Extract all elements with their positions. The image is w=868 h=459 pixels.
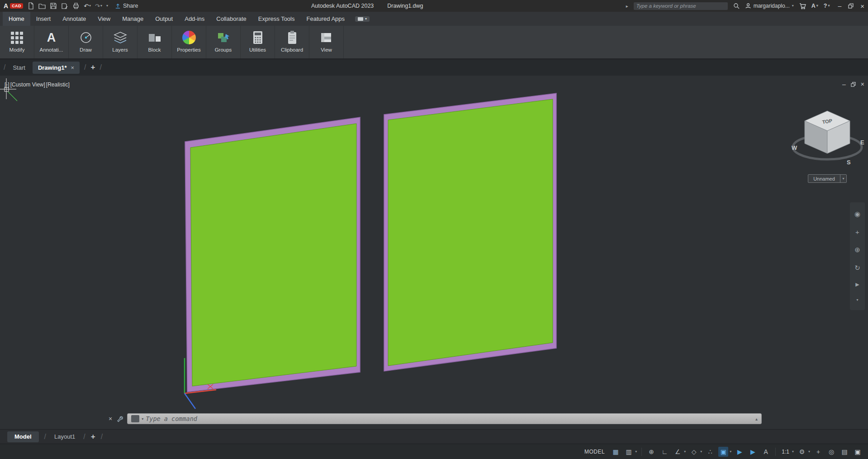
viewport-menu-control[interactable]: [-] xyxy=(5,81,9,88)
new-drawing-button[interactable]: + xyxy=(91,63,95,72)
ucs-dropdown[interactable]: Unnamed ▾ xyxy=(808,174,847,183)
panel-properties[interactable]: Properties xyxy=(172,26,206,58)
ribbon-display-button[interactable]: ▾ xyxy=(355,16,370,22)
panel-draw[interactable]: Draw xyxy=(69,26,103,58)
cart-icon[interactable] xyxy=(799,3,806,10)
panel-groups[interactable]: Groups xyxy=(206,26,241,58)
autodesk-app-button[interactable]: A▾ xyxy=(811,3,818,9)
command-customize-icon[interactable] xyxy=(116,416,123,422)
annotation-monitor-icon[interactable]: + xyxy=(813,447,823,457)
isolate-objects-icon[interactable]: ◎ xyxy=(826,447,836,457)
zoom-icon[interactable]: ⊕ xyxy=(854,246,860,253)
new-file-icon[interactable] xyxy=(27,2,34,10)
pan-icon[interactable]: + xyxy=(855,229,859,235)
minimize-button[interactable]: – xyxy=(838,2,841,10)
panel-view[interactable]: View xyxy=(309,26,344,58)
showmotion-icon[interactable]: ▶ xyxy=(855,282,859,287)
dynamic-input-icon[interactable]: ⊕ xyxy=(646,447,656,457)
tab-addins[interactable]: Add-ins xyxy=(179,12,210,26)
workspace-gear-icon[interactable]: ⚙ xyxy=(797,447,807,457)
redo-button[interactable]: ↷▾ xyxy=(95,3,102,9)
tab-home[interactable]: Home xyxy=(3,12,30,26)
recent-commands-caret-icon[interactable]: ▾ xyxy=(142,417,143,421)
save-icon[interactable] xyxy=(50,2,57,10)
annotation-scale-button[interactable]: 1:1 xyxy=(780,449,791,455)
restore-button[interactable] xyxy=(848,3,854,9)
viewport-restore-button[interactable] xyxy=(851,82,856,87)
layout-tab-layout1[interactable]: Layout1 xyxy=(52,433,78,440)
file-tab-close-icon[interactable]: × xyxy=(71,64,75,71)
share-button[interactable]: Share xyxy=(115,3,138,9)
navbar-more-icon[interactable]: ▾ xyxy=(856,298,858,302)
graphics-performance-icon[interactable]: ▤ xyxy=(840,447,849,457)
search-icon[interactable] xyxy=(733,3,740,9)
ortho-mode-icon[interactable]: ∟ xyxy=(659,447,669,457)
plot-icon[interactable] xyxy=(72,2,80,10)
polar-tracking-caret-icon[interactable]: ▾ xyxy=(684,449,686,454)
new-layout-button[interactable]: + xyxy=(91,432,95,441)
object-snap-icon[interactable]: ▣ xyxy=(718,447,728,457)
surface-right[interactable] xyxy=(388,99,553,366)
help-searchbox[interactable] xyxy=(634,2,728,10)
command-input-field[interactable]: ▾ ▴ xyxy=(127,413,762,424)
annotation-visibility-icon[interactable]: A xyxy=(761,447,771,457)
model-space-button[interactable]: MODEL xyxy=(584,449,605,455)
layout-tab-model[interactable]: Model xyxy=(7,431,39,442)
viewcube[interactable]: TOP W S E xyxy=(789,103,868,175)
undo-caret-icon[interactable]: ▾ xyxy=(89,4,91,8)
file-tab-drawing1[interactable]: Drawing1* × xyxy=(33,62,80,74)
tab-view[interactable]: View xyxy=(92,12,116,26)
search-input[interactable] xyxy=(636,3,725,9)
panel-utilities[interactable]: Utilities xyxy=(241,26,275,58)
tab-output[interactable]: Output xyxy=(149,12,179,26)
object-snap-tracking-icon[interactable]: ∴ xyxy=(705,447,715,457)
open-folder-icon[interactable] xyxy=(38,2,46,10)
panel-clipboard[interactable]: Clipboard xyxy=(275,26,309,58)
surface-left[interactable] xyxy=(190,124,356,386)
tab-express-tools[interactable]: Express Tools xyxy=(252,12,301,26)
navigation-wheel-icon[interactable]: ◉ xyxy=(854,210,860,217)
viewport-view-control[interactable]: [Custom View] xyxy=(10,81,45,88)
file-tab-start[interactable]: Start xyxy=(10,64,28,71)
tab-featured-apps[interactable]: Featured Apps xyxy=(300,12,351,26)
selection-filter-icon[interactable]: ▶ xyxy=(748,447,758,457)
viewcube-south-label[interactable]: S xyxy=(847,159,851,166)
tab-annotate[interactable]: Annotate xyxy=(57,12,92,26)
isodraft-caret-icon[interactable]: ▾ xyxy=(700,449,702,454)
command-input[interactable] xyxy=(146,415,753,422)
workspace-caret-icon[interactable]: ▾ xyxy=(808,449,810,454)
annotation-scale-caret-icon[interactable]: ▾ xyxy=(792,449,794,454)
viewport-minimize-button[interactable]: – xyxy=(842,81,846,88)
viewcube-east-label[interactable]: E xyxy=(860,139,864,146)
undo-button[interactable]: ↶▾ xyxy=(84,3,91,9)
redo-caret-icon[interactable]: ▾ xyxy=(100,4,102,8)
viewcube-west-label[interactable]: W xyxy=(792,144,797,151)
qat-more-icon[interactable]: ▾ xyxy=(106,4,108,8)
viewport-visual-style-control[interactable]: [Realistic] xyxy=(46,81,70,88)
snap-mode-caret-icon[interactable]: ▾ xyxy=(635,449,637,454)
tab-collaborate[interactable]: Collaborate xyxy=(210,12,252,26)
viewport-close-button[interactable]: × xyxy=(861,81,864,88)
save-as-icon[interactable] xyxy=(61,2,68,10)
close-button[interactable]: × xyxy=(860,2,864,10)
account-button[interactable]: margaridaplo... ▾ xyxy=(745,3,794,9)
command-prompt-icon[interactable] xyxy=(131,415,139,422)
snap-mode-icon[interactable]: ▥ xyxy=(624,447,634,457)
command-history-icon[interactable]: ▴ xyxy=(755,416,758,421)
orbit-icon[interactable]: ↻ xyxy=(854,264,860,271)
grid-display-icon[interactable]: ▦ xyxy=(611,447,621,457)
tab-manage[interactable]: Manage xyxy=(116,12,149,26)
panel-block[interactable]: Block xyxy=(138,26,172,58)
model-space-canvas[interactable]: [-] [Custom View] [Realistic] – × TOP W … xyxy=(0,76,868,429)
isodraft-icon[interactable]: ◇ xyxy=(689,447,699,457)
panel-annotation[interactable]: A Annotati... xyxy=(34,26,69,58)
command-close-icon[interactable]: × xyxy=(109,415,112,422)
search-collapse-icon[interactable]: ▸ xyxy=(626,4,628,9)
panel-layers[interactable]: Layers xyxy=(103,26,138,58)
selection-cycling-icon[interactable]: ▶ xyxy=(735,447,745,457)
polar-tracking-icon[interactable]: ∠ xyxy=(673,447,683,457)
autocad-logo[interactable]: A CAD xyxy=(4,2,23,10)
help-button[interactable]: ?▾ xyxy=(824,3,830,9)
panel-modify[interactable]: Modify xyxy=(0,26,34,58)
tab-insert[interactable]: Insert xyxy=(30,12,57,26)
